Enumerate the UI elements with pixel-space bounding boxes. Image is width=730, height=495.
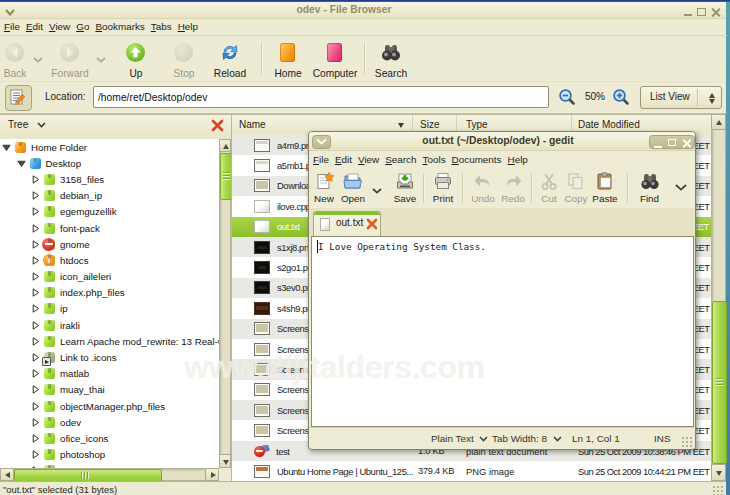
tree-item-debian-ip[interactable]: debian_ip bbox=[0, 188, 219, 204]
back-button[interactable]: Back bbox=[5, 43, 25, 79]
tree-item-htdocs[interactable]: htdocs bbox=[0, 252, 219, 268]
sidebar-close-button[interactable] bbox=[211, 119, 224, 134]
maximize-button[interactable] bbox=[697, 8, 707, 17]
sidebar-vscroll-down[interactable] bbox=[219, 454, 231, 468]
menu-help[interactable]: Help bbox=[175, 18, 201, 36]
sidebar-mode-select[interactable]: Tree bbox=[8, 119, 46, 130]
gedit-tab-close-icon[interactable] bbox=[366, 218, 378, 232]
location-input[interactable] bbox=[93, 86, 549, 108]
list-vscroll-up[interactable] bbox=[711, 114, 726, 130]
expander-closed-icon[interactable] bbox=[31, 207, 40, 216]
gedit-menu-edit[interactable]: Edit bbox=[332, 151, 355, 169]
expander-closed-icon[interactable] bbox=[31, 256, 40, 265]
gedit-maximize-button[interactable] bbox=[667, 139, 678, 148]
tree-item-ip[interactable]: ip bbox=[0, 301, 219, 317]
reload-button[interactable]: Reload bbox=[220, 43, 240, 79]
gedit-titlebar[interactable]: out.txt (~/Desktop/odev) - gedit bbox=[309, 132, 695, 151]
view-mode-select[interactable]: List View bbox=[640, 86, 722, 109]
file-noaccess-icon bbox=[254, 445, 269, 458]
gedit-menu-file[interactable]: File bbox=[310, 151, 332, 169]
close-button[interactable] bbox=[711, 8, 721, 17]
tree-item-ofice-icons[interactable]: ofice_icons bbox=[0, 430, 219, 446]
expander-closed-icon[interactable] bbox=[31, 304, 40, 313]
expander-closed-icon[interactable] bbox=[31, 240, 40, 249]
resize-grip-icon[interactable] bbox=[712, 485, 724, 495]
minimize-button[interactable] bbox=[683, 8, 693, 17]
sidebar-vscroll-up[interactable] bbox=[219, 139, 231, 152]
expander-open-icon[interactable] bbox=[2, 143, 11, 152]
gedit-tab-outtxt[interactable]: out.txt bbox=[313, 211, 381, 236]
gedit-open-button[interactable]: Open bbox=[342, 172, 364, 204]
menu-edit[interactable]: Edit bbox=[23, 18, 46, 36]
up-button[interactable]: Up bbox=[126, 43, 146, 79]
gedit-resize-grip-icon[interactable] bbox=[681, 436, 692, 447]
gedit-menu-view[interactable]: View bbox=[355, 151, 382, 169]
expander-closed-icon[interactable] bbox=[31, 385, 40, 394]
expander-closed-icon[interactable] bbox=[31, 418, 40, 427]
back-dropdown-icon[interactable] bbox=[33, 54, 43, 65]
gedit-menu-search[interactable]: Search bbox=[382, 151, 419, 169]
expander-closed-icon[interactable] bbox=[31, 272, 40, 281]
expander-closed-icon[interactable] bbox=[31, 369, 40, 378]
tree-item-egemguzellik[interactable]: egemguzellik bbox=[0, 204, 219, 220]
expander-closed-icon[interactable] bbox=[31, 337, 40, 346]
file-browser-titlebar[interactable]: odev - File Browser bbox=[0, 2, 726, 19]
tree-item-3158-files[interactable]: 3158_files bbox=[0, 171, 219, 187]
tree-item-label: index.php_files bbox=[60, 287, 125, 298]
edit-location-button[interactable] bbox=[5, 85, 32, 111]
gedit-toolbar-overflow-icon[interactable] bbox=[675, 182, 687, 193]
gedit-find-icon bbox=[640, 172, 660, 193]
tree-item-desktop[interactable]: Desktop bbox=[0, 155, 219, 171]
tree-item-icon-aileleri[interactable]: icon_aileleri bbox=[0, 269, 219, 285]
file-thumbnail-icon bbox=[254, 200, 270, 213]
gedit-text-area[interactable]: I Love Operating System Class. bbox=[311, 236, 694, 427]
folder-warning-icon bbox=[44, 255, 55, 266]
tree-item-font-pack[interactable]: font-pack bbox=[0, 220, 219, 236]
file-row-ubuntu-home-page-ubuntu-125-[interactable]: Ubuntu Home Page | Ubuntu_125...379.4 KB… bbox=[232, 461, 711, 481]
forward-button[interactable]: Forward bbox=[60, 43, 80, 79]
expander-closed-icon[interactable] bbox=[31, 450, 40, 459]
tree-item-home-folder[interactable]: Home Folder bbox=[0, 139, 219, 155]
list-vscroll-thumb[interactable] bbox=[712, 301, 727, 464]
expander-closed-icon[interactable] bbox=[31, 175, 40, 184]
gedit-menu-help[interactable]: Help bbox=[505, 151, 531, 169]
folder-green-icon bbox=[44, 433, 55, 444]
expander-closed-icon[interactable] bbox=[31, 353, 40, 362]
gedit-minimize-button[interactable] bbox=[653, 139, 664, 148]
gedit-tabwidth-select[interactable]: Tab Width: 8 bbox=[492, 433, 562, 444]
expander-closed-icon[interactable] bbox=[31, 191, 40, 200]
expander-closed-icon[interactable] bbox=[31, 434, 40, 443]
computer-icon bbox=[327, 43, 342, 62]
file-browser-toolbar: Back Forward Up bbox=[0, 35, 726, 81]
tree-item-irakli[interactable]: irakli bbox=[0, 317, 219, 333]
menu-tabs[interactable]: Tabs bbox=[148, 18, 175, 36]
tree-item-index-php-files[interactable]: index.php_files bbox=[0, 285, 219, 301]
menu-file[interactable]: File bbox=[1, 18, 23, 36]
gedit-language-select[interactable]: Plain Text bbox=[431, 433, 488, 444]
gedit-find-button[interactable]: Find bbox=[639, 172, 660, 204]
tree-item-learn-apache-mod-rewrite-13-real-work[interactable]: Learn Apache mod_rewrite: 13 Real-work bbox=[0, 333, 219, 349]
zoom-out-button[interactable] bbox=[558, 88, 576, 108]
tree-item-objectmanager-php-files[interactable]: objectManager.php_files bbox=[0, 398, 219, 414]
menu-bookmarks[interactable]: Bookmarks bbox=[92, 18, 147, 36]
gedit-close-button[interactable] bbox=[681, 139, 692, 148]
search-button[interactable]: Search bbox=[380, 43, 402, 79]
sidebar-hscroll-left[interactable] bbox=[0, 468, 14, 481]
expander-closed-icon[interactable] bbox=[31, 288, 40, 297]
expander-closed-icon[interactable] bbox=[31, 402, 40, 411]
gedit-menu-tools[interactable]: Tools bbox=[420, 151, 449, 169]
tree-item-odev[interactable]: odev bbox=[0, 414, 219, 430]
sidebar-hscroll-right[interactable] bbox=[205, 468, 219, 481]
tree-item-gnome[interactable]: gnome bbox=[0, 236, 219, 252]
menu-go[interactable]: Go bbox=[73, 18, 92, 36]
forward-dropdown-icon[interactable] bbox=[96, 54, 106, 65]
expander-open-icon[interactable] bbox=[17, 159, 26, 168]
expander-closed-icon[interactable] bbox=[31, 321, 40, 330]
menu-view[interactable]: View bbox=[46, 18, 73, 36]
gedit-menu-documents[interactable]: Documents bbox=[449, 151, 505, 169]
zoom-in-button[interactable] bbox=[612, 88, 630, 108]
list-vscroll-down[interactable] bbox=[711, 464, 726, 481]
expander-closed-icon[interactable] bbox=[31, 224, 40, 233]
tree-item-photoshop[interactable]: photoshop bbox=[0, 447, 219, 463]
computer-button[interactable]: Computer bbox=[325, 43, 345, 79]
